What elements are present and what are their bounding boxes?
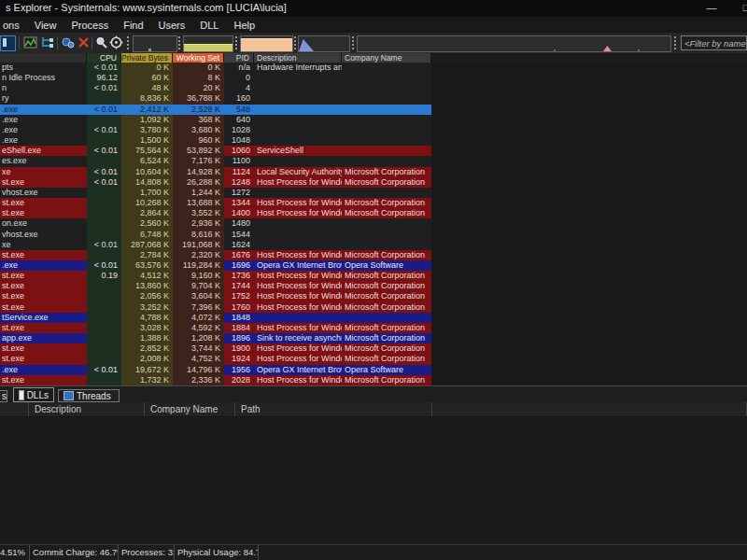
process-row[interactable]: .exe1,092 K368 K640	[0, 115, 431, 125]
toolbar-grip[interactable]	[235, 36, 237, 49]
process-row[interactable]: .exe1,500 K960 K1048	[0, 135, 431, 146]
process-row[interactable]: tService.exe4,788 K4,072 K1848	[0, 313, 431, 323]
physical-memory-graph[interactable]	[240, 35, 293, 52]
cell-cpu	[87, 188, 121, 198]
cell-name: st.exe	[0, 291, 87, 301]
process-row[interactable]: xe< 0.0110,604 K14,928 K1124Local Securi…	[0, 167, 431, 177]
menu-process[interactable]: Process	[63, 20, 116, 31]
process-row[interactable]: .exe< 0.0119,672 K14,796 K1956Opera GX I…	[0, 365, 431, 375]
dll-column-description[interactable]: Description	[29, 402, 145, 416]
menu-help[interactable]: Help	[226, 20, 262, 31]
process-row[interactable]: n< 0.0148 K20 K4	[0, 83, 431, 93]
cell-cpu	[87, 375, 121, 385]
cell-company: Microsoft Corporation	[342, 271, 431, 281]
process-row[interactable]: ry8,836 K36,788 K160	[0, 93, 431, 104]
process-row[interactable]: .exe< 0.012,412 K2,528 K548	[0, 105, 431, 115]
toolbar-grip[interactable]	[352, 36, 354, 49]
cell-description: Opera GX Internet Browser	[254, 260, 342, 271]
kill-process-icon[interactable]	[77, 35, 91, 49]
process-row[interactable]: st.exe2,864 K3,552 K1400Host Process for…	[0, 208, 431, 218]
cell-pid: 0	[224, 73, 254, 83]
column-header-cpu[interactable]: CPU	[87, 53, 121, 63]
cell-company	[342, 135, 431, 146]
process-row[interactable]: st.exe< 0.0114,808 K26,288 K1248Host Pro…	[0, 177, 431, 188]
process-row[interactable]: vhost.exe6,748 K8,616 K1544	[0, 230, 431, 240]
menu-ons[interactable]: ons	[0, 20, 27, 31]
system-information-icon[interactable]	[23, 35, 37, 49]
dll-column-path[interactable]: Path	[235, 402, 432, 416]
cell-private-bytes: 6,748 K	[121, 230, 173, 240]
cell-private-bytes: 4,788 K	[121, 313, 173, 323]
tab-dlls[interactable]: DLLs	[13, 387, 54, 402]
gpu-history-graph[interactable]	[357, 35, 671, 52]
dll-column-company-name[interactable]: Company Name	[145, 402, 235, 416]
cell-pid: 1124	[224, 167, 254, 177]
dll-list-empty[interactable]	[0, 417, 747, 544]
menu-users[interactable]: Users	[151, 20, 193, 31]
process-row[interactable]: st.exe0.194,512 K9,160 K1736Host Process…	[0, 271, 431, 281]
cell-company	[342, 105, 431, 115]
tab-handles-clipped[interactable]: s	[0, 390, 7, 402]
process-row[interactable]: st.exe2,056 K3,604 K1752Host Process for…	[0, 291, 431, 301]
cell-private-bytes: 63,576 K	[121, 260, 173, 271]
process-properties-gears-icon[interactable]	[61, 35, 75, 49]
menu-find[interactable]: Find	[116, 20, 150, 31]
process-row[interactable]: on.exe2,560 K2,936 K1480	[0, 218, 431, 229]
cell-description	[254, 188, 342, 198]
process-row[interactable]: .exe< 0.013,780 K3,680 K1028	[0, 125, 431, 135]
process-row[interactable]: st.exe2,784 K2,320 K1676Host Process for…	[0, 250, 431, 260]
process-row[interactable]: pts< 0.010 K0 Kn/aHardware Interrupts an…	[0, 63, 431, 73]
commit-history-graph[interactable]	[183, 35, 233, 52]
process-row[interactable]: st.exe10,268 K13,688 K1344Host Process f…	[0, 198, 431, 208]
io-history-graph[interactable]	[298, 35, 350, 52]
column-header-working-set[interactable]: Working Set	[173, 53, 224, 63]
column-header-company-name[interactable]: Company Name	[342, 53, 431, 63]
process-row[interactable]: .exe< 0.0163,576 K119,284 K1696Opera GX …	[0, 260, 431, 271]
process-row[interactable]: st.exe1,732 K2,336 K2028Host Process for…	[0, 375, 431, 385]
cell-pid: 4	[224, 83, 254, 93]
process-row[interactable]: app.exe1,388 K1,208 K1896Sink to receive…	[0, 333, 431, 343]
cell-company	[342, 125, 431, 135]
process-row[interactable]: st.exe2,008 K4,752 K1924Host Process for…	[0, 354, 431, 364]
maximize-button[interactable]: □	[737, 0, 747, 17]
cell-description: Host Process for Windows S...	[254, 177, 342, 188]
filter-by-name-input[interactable]	[681, 35, 747, 50]
process-row[interactable]: st.exe2,852 K3,744 K1900Host Process for…	[0, 343, 431, 354]
menu-view[interactable]: View	[27, 20, 64, 31]
cpu-history-graph[interactable]	[133, 35, 177, 52]
column-header-process[interactable]	[0, 53, 87, 63]
toolbar-grip[interactable]	[127, 36, 129, 49]
menu-dll[interactable]: DLL	[192, 20, 226, 31]
cell-name: st.exe	[0, 323, 87, 333]
toolbar-grip[interactable]	[674, 36, 676, 49]
process-row[interactable]: eShell.exe< 0.0175,564 K53,892 K1060Serv…	[0, 146, 431, 156]
window-title: s Explorer - Sysinternals: www.sysintern…	[6, 2, 287, 13]
find-window-target-icon[interactable]	[109, 35, 123, 49]
cell-private-bytes: 13,860 K	[121, 281, 173, 291]
column-header-private-bytes[interactable]: Private Bytes	[121, 53, 173, 63]
cell-description: Host Process for Windows S...	[254, 271, 342, 281]
process-row[interactable]: st.exe13,860 K9,704 K1744Host Process fo…	[0, 281, 431, 291]
save-button[interactable]	[0, 35, 16, 51]
status-filler	[259, 545, 747, 560]
find-handle-magnifier-icon[interactable]	[94, 35, 108, 49]
minimize-button[interactable]: —	[702, 0, 721, 17]
cell-cpu: < 0.01	[87, 83, 121, 93]
process-row[interactable]: xe< 0.01287,068 K191,068 K1624	[0, 240, 431, 250]
column-header-description[interactable]: Description	[254, 53, 342, 63]
toolbar-grip[interactable]	[178, 36, 180, 49]
cell-company	[342, 63, 431, 73]
tab-threads[interactable]: Threads	[58, 389, 120, 402]
tree-view-icon[interactable]	[40, 35, 54, 49]
dll-column-name-clipped[interactable]	[0, 402, 29, 416]
process-row[interactable]: n Idle Process96.1260 K8 K0	[0, 73, 431, 83]
cell-description	[254, 135, 342, 146]
cell-name: app.exe	[0, 333, 87, 343]
process-row[interactable]: es.exe6,524 K7,176 K1100	[0, 156, 431, 166]
cell-private-bytes: 10,268 K	[121, 198, 173, 208]
column-header-pid[interactable]: PID	[224, 53, 254, 63]
process-row[interactable]: vhost.exe1,700 K1,244 K1272	[0, 188, 431, 198]
toolbar-grip[interactable]	[294, 36, 296, 49]
process-row[interactable]: st.exe3,252 K7,396 K1760Host Process for…	[0, 302, 431, 313]
process-row[interactable]: st.exe3,028 K4,592 K1884Host Process for…	[0, 323, 431, 333]
